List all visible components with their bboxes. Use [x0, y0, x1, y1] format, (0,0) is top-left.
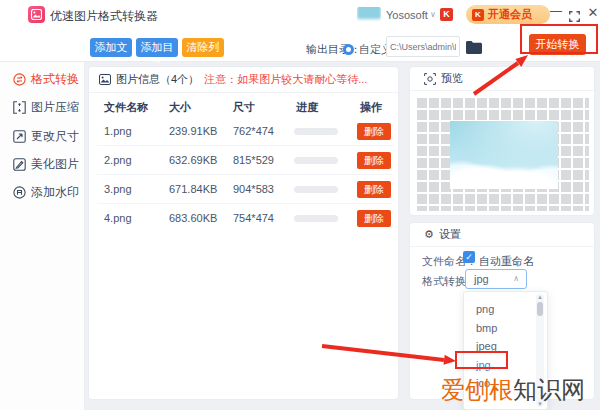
transparency-grid [415, 96, 589, 211]
scroll-up-icon[interactable]: ▲ [536, 294, 544, 300]
auto-rename-label: 自动重命名 [479, 254, 534, 269]
progress-bar [294, 128, 338, 135]
delete-button[interactable]: 删除 [357, 123, 391, 140]
site-watermark: 爱刨根知识网 [441, 374, 585, 406]
col-header-dims: 尺寸 [233, 100, 255, 115]
preview-header: 预览 [410, 67, 594, 91]
delete-button[interactable]: 删除 [357, 152, 391, 169]
col-header-name: 文件名称 [104, 100, 148, 115]
compress-icon [13, 101, 26, 114]
vip-button-label: 开通会员 [488, 7, 532, 22]
sidebar-item-label: 图片压缩 [31, 99, 79, 116]
dropdown-option-png[interactable]: png [476, 300, 494, 318]
settings-title: 设置 [439, 227, 461, 242]
col-header-progress: 进度 [296, 100, 318, 115]
progress-bar [294, 215, 338, 222]
annotation-box-start-convert [520, 24, 598, 54]
image-info-icon [99, 74, 111, 85]
file-size: 683.60KB [169, 212, 217, 224]
beautify-icon [13, 158, 26, 171]
annotation-box-jpg [455, 351, 508, 369]
open-vip-button[interactable]: K 开通会员 [466, 5, 550, 24]
file-name: 3.png [104, 183, 132, 195]
clear-list-button[interactable]: 清除列表 [182, 38, 224, 57]
add-file-button[interactable]: 添加文件 [90, 38, 132, 57]
sidebar-item-label: 美化图片 [31, 156, 79, 173]
panel-title: 图片信息（4个） [116, 72, 199, 87]
convert-icon [13, 73, 26, 86]
file-name: 1.png [104, 125, 132, 137]
auto-rename-checkbox[interactable]: ✓ [463, 251, 475, 263]
dropdown-option-bmp[interactable]: bmp [476, 319, 497, 337]
file-dims: 762*474 [233, 125, 274, 137]
close-button[interactable]: ✕ [586, 5, 600, 23]
delete-button[interactable]: 删除 [357, 181, 391, 198]
preview-panel: 预览 [409, 66, 595, 216]
table-row: 2.png 632.69KB 815*529 删除 [97, 146, 392, 175]
watermark-dark-text: 知识网 [513, 376, 585, 403]
file-dims: 815*529 [233, 154, 274, 166]
file-size: 239.91KB [169, 125, 217, 137]
preview-icon [424, 73, 436, 85]
file-name: 2.png [104, 154, 132, 166]
table-row: 4.png 683.60KB 754*474 删除 [97, 204, 392, 233]
file-size: 671.84KB [169, 183, 217, 195]
app-logo-icon [28, 6, 45, 23]
sidebar-item-compress[interactable]: 图片压缩 [13, 98, 79, 116]
custom-radio[interactable] [343, 44, 354, 55]
watermark-icon [13, 186, 26, 199]
chevron-up-icon: ∧ [513, 270, 519, 288]
app-title: 优速图片格式转换器 [50, 8, 158, 25]
file-dims: 754*474 [233, 212, 274, 224]
table-row: 1.png 239.91KB 762*474 删除 [97, 117, 392, 146]
settings-header: ⚙ 设置 [410, 223, 594, 247]
file-dims: 904*583 [233, 183, 274, 195]
file-size: 632.69KB [169, 154, 217, 166]
folder-icon[interactable] [466, 40, 482, 58]
resize-icon [13, 130, 26, 143]
col-header-size: 大小 [169, 100, 191, 115]
gear-icon: ⚙ [424, 228, 434, 241]
sidebar-item-label: 更改尺寸 [31, 128, 79, 145]
vip-k-icon: K [472, 9, 484, 21]
preview-image [450, 121, 558, 189]
selected-format: jpg [474, 273, 489, 285]
delete-button[interactable]: 删除 [357, 210, 391, 227]
progress-bar [294, 186, 338, 193]
sidebar-item-format-convert[interactable]: 格式转换 [13, 70, 79, 88]
output-path-input[interactable] [386, 36, 460, 57]
scrollbar-thumb[interactable] [537, 302, 543, 316]
app-window: 优速图片格式转换器 Yososoft ∨ K K 开通会员 — ✕ 添加文件 添… [0, 0, 600, 410]
minimize-button[interactable]: — [549, 4, 563, 22]
account-name[interactable]: Yososoft [386, 9, 428, 21]
toolbar: 添加文件 添加目录 清除列表 输出目录： 自定义 开始转换 [0, 28, 600, 62]
sidebar-item-watermark[interactable]: 添加水印 [13, 183, 79, 201]
titlebar: 优速图片格式转换器 Yososoft ∨ K K 开通会员 — ✕ [0, 0, 600, 28]
table-row: 3.png 671.84KB 904*583 删除 [97, 175, 392, 204]
sidebar: 格式转换 图片压缩 更改尺寸 美化图片 添加水印 [0, 62, 85, 410]
sidebar-item-resize[interactable]: 更改尺寸 [13, 127, 79, 145]
file-list-panel: 图片信息（4个） 注意：如果图片较大请耐心等待... 文件名称 大小 尺寸 进度… [88, 66, 399, 400]
user-avatar[interactable] [357, 7, 381, 24]
panel-warning: 注意：如果图片较大请耐心等待... [204, 72, 367, 87]
progress-bar [294, 157, 338, 164]
col-header-action: 操作 [360, 100, 382, 115]
sidebar-item-label: 添加水印 [31, 184, 79, 201]
chevron-down-icon[interactable]: ∨ [430, 10, 436, 19]
watermark-orange-text: 爱刨根 [441, 376, 513, 403]
sidebar-item-beautify[interactable]: 美化图片 [13, 155, 79, 173]
add-directory-button[interactable]: 添加目录 [136, 38, 178, 57]
preview-title: 预览 [441, 71, 463, 86]
account-badge-icon: K [440, 8, 453, 21]
file-list-header: 图片信息（4个） 注意：如果图片较大请耐心等待... [89, 67, 398, 93]
format-select[interactable]: jpg ∧ [465, 269, 527, 289]
sidebar-item-label: 格式转换 [31, 71, 79, 88]
maximize-button[interactable] [569, 8, 580, 19]
file-name: 4.png [104, 212, 132, 224]
